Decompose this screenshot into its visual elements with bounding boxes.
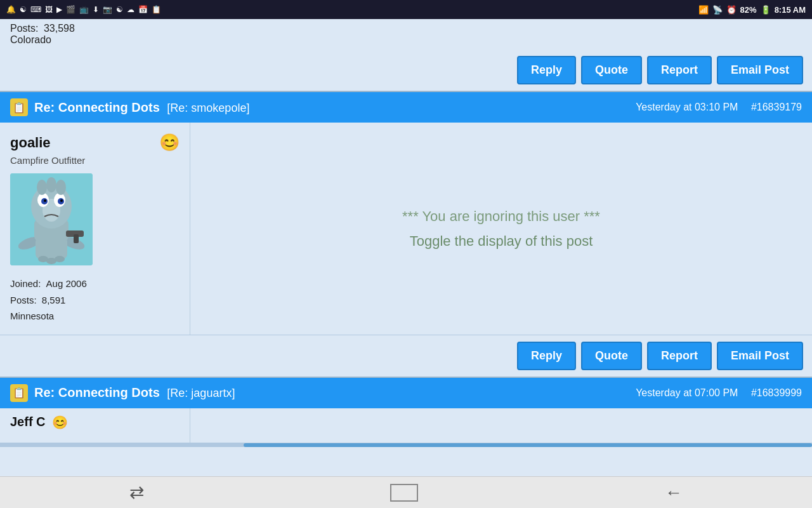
post-1-avatar bbox=[10, 173, 93, 265]
post-1-title: Re: Connecting Dots [Re: smokepole] bbox=[34, 100, 249, 115]
bottom-quote-button[interactable]: Quote bbox=[581, 342, 642, 370]
bottom-report-button[interactable]: Report bbox=[647, 342, 712, 370]
signal-icon: 📶 bbox=[698, 5, 709, 15]
svg-point-14 bbox=[44, 199, 46, 202]
post-2-header: 📋 Re: Connecting Dots [Re: jaguartx] Yes… bbox=[0, 378, 812, 408]
top-email-post-button[interactable]: Email Post bbox=[717, 56, 803, 84]
current-time: 8:15 AM bbox=[775, 5, 806, 15]
status-right: 📶 📡 ⏰ 82% 🔋 8:15 AM bbox=[698, 5, 806, 15]
post-1-body: goalie 😊 Campfire Outfitter bbox=[0, 123, 812, 335]
bottom-nav-bar: ⇄ ← bbox=[0, 476, 812, 508]
back-nav-button[interactable]: ← bbox=[652, 478, 695, 508]
calendar-icon: 📅 bbox=[138, 5, 148, 14]
top-reply-button[interactable]: Reply bbox=[517, 56, 576, 84]
clock-icon: ⏰ bbox=[726, 5, 737, 15]
post-1-meta: Yesterday at 03:10 PM #16839179 bbox=[636, 102, 802, 113]
top-quote-button[interactable]: Quote bbox=[581, 56, 642, 84]
keyboard-icon: ⌨ bbox=[30, 5, 41, 14]
movie-icon: 🎬 bbox=[66, 5, 75, 14]
svg-rect-20 bbox=[74, 234, 79, 243]
post-2-title: Re: Connecting Dots [Re: jaguartx] bbox=[34, 385, 235, 400]
image-icon: 🖼 bbox=[45, 5, 53, 14]
svg-point-17 bbox=[46, 177, 56, 192]
camera-icon: 📷 bbox=[103, 5, 112, 14]
post-1-content: *** You are ignoring this user *** Toggl… bbox=[190, 123, 812, 335]
battery-percent: 82% bbox=[740, 5, 757, 15]
post-1-icon: 📋 bbox=[10, 98, 28, 116]
clipboard-icon: 📋 bbox=[152, 5, 161, 14]
tv-icon: 📺 bbox=[79, 5, 89, 14]
scroll-thumb bbox=[244, 443, 812, 447]
svg-point-15 bbox=[60, 199, 63, 202]
scroll-indicator bbox=[0, 443, 812, 447]
post-1: 📋 Re: Connecting Dots [Re: smokepole] Ye… bbox=[0, 92, 812, 378]
post-2-user-info: Jeff C 😊 bbox=[0, 408, 190, 443]
status-bar: 🔔 ☯ ⌨ 🖼 ▶ 🎬 📺 ⬇ 📷 ☯ ☁ 📅 📋 📶 📡 ⏰ 82% 🔋 8:… bbox=[0, 0, 812, 19]
cloud-icon: ☁ bbox=[127, 5, 134, 14]
wifi-icon: 📡 bbox=[712, 5, 723, 15]
yin-yang-icon: ☯ bbox=[20, 5, 27, 14]
bottom-reply-button[interactable]: Reply bbox=[517, 342, 576, 370]
ignored-message[interactable]: *** You are ignoring this user *** Toggl… bbox=[402, 205, 600, 252]
post-1-header-left: 📋 Re: Connecting Dots [Re: smokepole] bbox=[10, 98, 249, 116]
content-area: Posts: 33,598 Colorado Reply Quote Repor… bbox=[0, 19, 812, 476]
post-1-header: 📋 Re: Connecting Dots [Re: smokepole] Ye… bbox=[0, 92, 812, 123]
post-2-content-partial bbox=[190, 408, 812, 443]
square-nav-button[interactable] bbox=[390, 484, 418, 502]
post-1-user-info: goalie 😊 Campfire Outfitter bbox=[0, 123, 190, 335]
play-icon: ▶ bbox=[56, 5, 62, 14]
post-2-meta: Yesterday at 07:00 PM #16839999 bbox=[636, 387, 802, 399]
bottom-email-post-button[interactable]: Email Post bbox=[717, 342, 803, 370]
post-1-user-meta: Joined: Aug 2006 Posts: 8,591 Minnesota bbox=[10, 276, 180, 324]
svg-point-6 bbox=[55, 256, 65, 262]
post-2-body-partial: Jeff C 😊 bbox=[0, 408, 812, 443]
notification-icon: 🔔 bbox=[6, 5, 16, 14]
posts-count-top: Posts: 33,598 bbox=[10, 23, 802, 34]
location-top: Colorado bbox=[10, 34, 802, 46]
swap-nav-button[interactable]: ⇄ bbox=[117, 477, 157, 508]
bottom-action-row: Reply Quote Report Email Post bbox=[0, 335, 812, 378]
svg-point-16 bbox=[37, 180, 47, 195]
top-report-button[interactable]: Report bbox=[647, 56, 712, 84]
symbol-icon: ☯ bbox=[116, 5, 123, 14]
svg-point-18 bbox=[56, 180, 66, 195]
battery-icon: 🔋 bbox=[761, 5, 771, 15]
top-action-row: Reply Quote Report Email Post bbox=[0, 50, 812, 92]
post-1-user-name-row: goalie 😊 bbox=[10, 133, 180, 152]
post-2-icon: 📋 bbox=[10, 384, 28, 402]
status-icons: 🔔 ☯ ⌨ 🖼 ▶ 🎬 📺 ⬇ 📷 ☯ ☁ 📅 📋 bbox=[6, 5, 161, 14]
previous-post-footer: Posts: 33,598 Colorado bbox=[0, 19, 812, 50]
download-icon: ⬇ bbox=[93, 5, 99, 14]
post-2-header-left: 📋 Re: Connecting Dots [Re: jaguartx] bbox=[10, 384, 235, 402]
